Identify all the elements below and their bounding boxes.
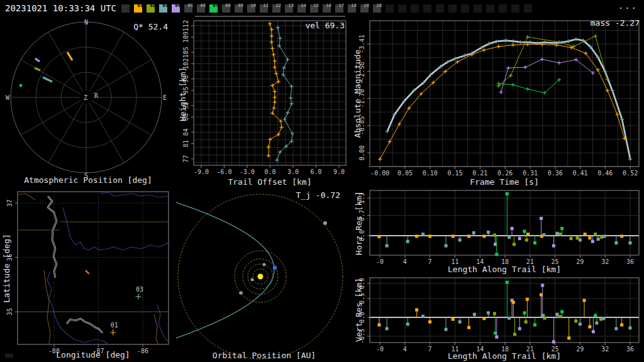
watermark-glyph (5, 354, 13, 358)
station-number: 03 (163, 3, 168, 8)
meteor-ground-track (86, 270, 89, 273)
station-number: 04 (175, 3, 180, 8)
vert-ylabel: Vert Res [km] (354, 278, 364, 342)
svg-text:-3.0: -3.0 (240, 168, 255, 175)
station-slot-empty[interactable] (386, 4, 394, 13)
station-number: 05 (188, 3, 193, 8)
trail-offset-plot: -9.0-6.0-3.00.03.06.09.07781848891959810… (176, 18, 352, 189)
horz_res-points (377, 192, 631, 256)
meteor-streaks (19, 52, 72, 87)
trail-axes: -9.0-6.0-3.00.03.06.09.07781848891959810… (182, 20, 346, 175)
station-toggle-18[interactable]: 18 (348, 4, 356, 13)
svg-text:N: N (84, 19, 88, 26)
station-toggle-11[interactable]: 11 (260, 4, 268, 13)
station-toggle-blank[interactable] (121, 4, 130, 13)
svg-text:37: 37 (6, 199, 13, 207)
station-toggle-06[interactable]: 06 (197, 4, 205, 13)
station-slot-empty[interactable] (486, 4, 494, 13)
svg-text:112: 112 (182, 20, 189, 31)
station-slot-empty[interactable] (411, 4, 419, 13)
station-toggle-12[interactable]: 12 (272, 4, 280, 13)
station-slot-empty[interactable] (448, 4, 457, 13)
station-number: 18 (352, 3, 357, 8)
map-station-03: 03 (136, 286, 144, 300)
svg-text:0.31: 0.31 (523, 170, 538, 177)
station-slot-empty[interactable] (436, 4, 444, 13)
velocity-value: vel 69.3 (305, 21, 345, 30)
magnitude-plot: -0.000.050.100.150.210.260.310.360.410.4… (352, 18, 644, 189)
svg-text:01: 01 (111, 322, 118, 329)
utc-timestamp: 20231021 10:33:34 UTC (5, 3, 116, 13)
station-number: 16 (326, 3, 331, 8)
station-toggle-08[interactable]: 08 (222, 4, 230, 13)
tisserand-value: T_j -0.72 (296, 190, 340, 200)
station-slot-empty[interactable] (423, 4, 431, 13)
q-star-value: Q* 52.4 (133, 22, 168, 31)
station-toggle-10[interactable]: 10 (247, 4, 255, 13)
orbital-panel: T_j -0.72 Orbital Position [AU] (176, 189, 352, 362)
magnitude-series-sum (387, 39, 630, 159)
station-toggle-02[interactable]: 02 (147, 4, 155, 13)
svg-text:Z: Z (84, 94, 87, 101)
station-number: 15 (314, 3, 319, 8)
map-station-01: 01 (110, 322, 118, 336)
svg-text:3.0: 3.0 (287, 168, 299, 175)
station-toggle-20[interactable]: 20 (373, 4, 381, 13)
magnitude-series-03 (386, 37, 632, 161)
svg-text:0.10: 0.10 (423, 170, 438, 177)
horz-res-plot: -04711141821252932360.00.71.3 (352, 189, 644, 275)
overflow-menu-button[interactable]: ... (618, 1, 638, 11)
station-slot-empty[interactable] (511, 4, 519, 13)
svg-text:77: 77 (182, 155, 189, 163)
station-toggle-07[interactable]: 07 (209, 4, 218, 13)
svg-text:6.0: 6.0 (310, 168, 321, 175)
svg-text:E: E (163, 94, 167, 101)
svg-text:R: R (94, 92, 99, 99)
header-bar: 20231021 10:33:34 UTC 010203040506070809… (0, 0, 644, 18)
station-slot-empty[interactable] (474, 4, 482, 13)
orbital-plot (176, 189, 352, 362)
vert-xlabel: Length Along Trail [km] (370, 351, 639, 361)
station-toggle-03[interactable]: 03 (159, 4, 167, 13)
station-number: 14 (301, 3, 306, 8)
meteor-dashboard-window: 20231021 10:33:34 UTC 010203040506070809… (0, 0, 644, 362)
trail-ylabel: Height [km] (178, 67, 187, 121)
horz_res-axes: -04711141821252932360.00.71.3 (358, 190, 639, 265)
horz-xlabel: Length Along Trail [km] (370, 265, 639, 274)
station-slot-empty[interactable] (461, 4, 469, 13)
station-number: 08 (226, 3, 231, 8)
svg-text:-6.0: -6.0 (216, 168, 231, 175)
svg-text:0.41: 0.41 (573, 170, 588, 177)
map-xlabel: Longitude [deg] (18, 350, 169, 359)
station-toggle-05[interactable]: 05 (184, 4, 192, 13)
station-number: 10 (251, 3, 256, 8)
magnitude-ylabel: Absolute Magnitude (353, 50, 362, 138)
station-toggle-19[interactable]: 19 (360, 4, 369, 13)
station-toggle-04[interactable]: 04 (172, 4, 180, 13)
station-toggle-01[interactable]: 01 (134, 4, 142, 13)
station-slot-empty[interactable] (524, 4, 532, 13)
svg-text:105: 105 (182, 47, 189, 58)
map-ylabel: Latitude [deg] (2, 234, 11, 303)
magnitude-xlabel: Frame Time [s] (370, 177, 639, 187)
orbital-xlabel: Orbital Position [AU] (179, 351, 349, 360)
station-toggle-15[interactable]: 15 (310, 4, 318, 13)
svg-text:0.0: 0.0 (264, 168, 275, 175)
station-toggle-17[interactable]: 17 (335, 4, 343, 13)
station-number: 02 (150, 3, 155, 8)
station-toggle-09[interactable]: 09 (235, 4, 243, 13)
station-toggle-13[interactable]: 13 (285, 4, 293, 13)
svg-text:0.00: 0.00 (358, 145, 365, 160)
station-slot-empty[interactable] (499, 4, 507, 13)
orbital-diagram (176, 194, 343, 359)
station-number: 07 (213, 3, 218, 8)
svg-text:-9.0: -9.0 (194, 168, 209, 175)
ground-map-plot: -88-87-863736350103 (0, 189, 176, 362)
station-toggle-14[interactable]: 14 (297, 4, 306, 13)
station-toggle-16[interactable]: 16 (323, 4, 331, 13)
svg-text:0.46: 0.46 (597, 170, 613, 177)
trail-series-01 (267, 22, 284, 158)
station-slot-empty[interactable] (398, 4, 406, 13)
station-number: 11 (264, 3, 269, 8)
header-scrollbar[interactable] (195, 16, 345, 17)
